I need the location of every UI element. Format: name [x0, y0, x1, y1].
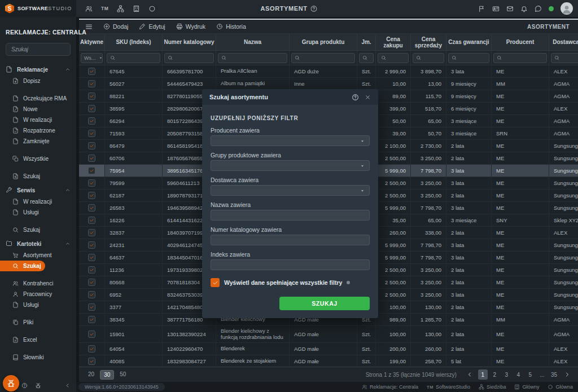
page-2[interactable]: 2 [490, 369, 500, 380]
sidebar-group-kartoteki[interactable]: Kartoteki [0, 237, 76, 250]
filter-input-cena-sprzeda-y[interactable] [413, 53, 444, 63]
next-page-icon[interactable] [562, 371, 572, 378]
filter-input-cena-zakupu[interactable] [378, 53, 409, 63]
dodaj-button[interactable]: Dodaj [103, 23, 128, 30]
sidebar-item-us-ugi[interactable]: Usługi [0, 207, 76, 218]
col-header-dostawca[interactable]: Dostawca [549, 34, 578, 50]
grupy-produktowe-zawiera-select[interactable] [211, 160, 370, 171]
sidebar-search-input[interactable]: Szukaj [6, 43, 71, 56]
producent-zawiera-select[interactable] [211, 135, 370, 146]
status-item-g-wny[interactable]: Główny [514, 384, 539, 390]
edytuj-button[interactable]: Edytuj [139, 23, 165, 30]
page-4[interactable]: 4 [514, 369, 523, 380]
filter-input-jm[interactable] [359, 53, 374, 63]
filter-input-czas-gwarancji[interactable] [448, 53, 489, 63]
filter-input-sku-indeks[interactable] [107, 53, 160, 63]
col-header-sku-indeks[interactable]: SKU (Indeks) [105, 34, 163, 50]
numer-katalogowy-zawiera-input[interactable] [211, 235, 370, 245]
tm-icon[interactable]: TM [101, 6, 108, 11]
col-header-jm[interactable]: Jm. [357, 34, 376, 50]
all-filters-checkbox-row[interactable]: Wyświetl dane spełniające wszystkie filt… [211, 278, 370, 287]
filter-input-grupa-produktu[interactable] [291, 53, 355, 63]
sidebar-item-excel[interactable]: Excel [0, 334, 76, 345]
sidebar-item-w-realizacji[interactable]: W realizacji [0, 196, 76, 207]
collapse-sidebar-icon[interactable] [64, 382, 71, 389]
row-checkbox[interactable] [88, 117, 95, 125]
table-row[interactable]: 159011301382390224Blender kielichowy z f… [79, 326, 578, 343]
sidebar-item-nowe[interactable]: Nowe [0, 104, 76, 114]
col-header-producent[interactable]: Producent [492, 34, 549, 50]
row-checkbox[interactable] [88, 345, 95, 353]
idcard-icon[interactable] [492, 5, 500, 12]
row-checkbox[interactable] [88, 130, 95, 137]
row-checkbox[interactable] [88, 142, 95, 149]
row-checkbox[interactable] [88, 331, 95, 338]
wydruk-button[interactable]: Wydruk [176, 23, 206, 30]
help-icon[interactable] [310, 5, 318, 12]
page-1[interactable]: 1 [478, 369, 488, 380]
sidebar-group-serwis[interactable]: Serwis [0, 184, 76, 196]
row-checkbox[interactable] [88, 192, 95, 199]
sidebar-item-wszystkie[interactable]: Wszystkie [0, 153, 76, 164]
filter-input-producent[interactable] [493, 53, 547, 63]
row-checkbox[interactable] [88, 291, 95, 298]
sidebar-item-kontrahenci[interactable]: Kontrahenci [0, 278, 76, 289]
help-icon[interactable] [21, 382, 28, 389]
historia-button[interactable]: Historia [216, 23, 246, 30]
row-checkbox[interactable] [88, 266, 95, 274]
sidebar-item-szukaj[interactable]: Szukaj [0, 171, 76, 182]
row-checkbox[interactable] [88, 93, 95, 100]
bug-icon[interactable] [35, 382, 41, 389]
page-3[interactable]: 3 [502, 369, 511, 380]
page-5[interactable]: 5 [526, 369, 535, 380]
page-size-20[interactable]: 20 [85, 370, 98, 380]
row-checkbox[interactable] [88, 68, 95, 75]
mail-icon[interactable] [506, 5, 514, 12]
row-checkbox[interactable] [88, 179, 95, 187]
row-checkbox[interactable] [88, 80, 95, 87]
sitemap-icon[interactable] [117, 5, 124, 12]
chat-icon[interactable] [535, 5, 542, 12]
sidebar-item-asortyment[interactable]: Asortyment [0, 250, 76, 261]
table-row[interactable]: 56027544465479423Album na pamiątkiInneSz… [79, 78, 578, 90]
modal-help-icon[interactable] [352, 94, 359, 101]
ring-icon[interactable] [148, 5, 156, 12]
row-checkbox[interactable] [88, 279, 95, 286]
page-size-30[interactable]: 30 [100, 370, 114, 380]
filter-input-dostawca[interactable] [551, 53, 578, 63]
row-checkbox[interactable] [88, 303, 95, 311]
sidebar-item-us-ugi[interactable]: Usługi [0, 299, 76, 310]
active-filter-select[interactable]: Ws... [81, 53, 103, 63]
row-checkbox[interactable] [88, 217, 95, 224]
page-size-50[interactable]: 50 [116, 370, 129, 380]
nazwa-zawiera-input[interactable] [211, 210, 370, 221]
row-checkbox[interactable] [88, 204, 95, 212]
sidebar-item-oczekuj-ce-rma[interactable]: Oczekujące RMA [0, 93, 76, 104]
users-icon[interactable] [85, 5, 93, 12]
status-item-softwarestudio[interactable]: TMSoftwareStudio [427, 384, 470, 390]
indeks-zawiera-input[interactable] [211, 259, 370, 270]
bell-icon[interactable] [520, 5, 528, 12]
status-item-reklamacje-centrala[interactable]: Reklamacje: Centrala [362, 384, 418, 390]
dostawca-zawiera-select[interactable] [211, 185, 370, 196]
status-item-g-wna[interactable]: Główna [548, 384, 573, 390]
modal-close-icon[interactable] [365, 94, 371, 100]
bug-report-fab[interactable] [3, 375, 19, 391]
sidebar-item-w-realizacji[interactable]: W realizacji [0, 114, 76, 125]
col-header-grupa-produktu[interactable]: Grupa produktu [290, 34, 357, 50]
sidebar-item-dopisz[interactable]: Dopisz [0, 76, 76, 86]
building-icon[interactable] [133, 5, 140, 12]
sidebar-group-reklamacje[interactable]: Reklamacje [0, 63, 76, 76]
col-header-cena-sprzeda-y[interactable]: Cena sprzedaży [411, 34, 446, 50]
row-checkbox[interactable] [88, 241, 95, 249]
row-checkbox[interactable] [88, 155, 95, 162]
flag-icon[interactable] [478, 5, 485, 12]
sidebar-item-szukaj[interactable]: Szukaj [0, 224, 76, 235]
filter-input-numer-katalogowy[interactable] [164, 53, 214, 63]
row-checkbox[interactable] [88, 229, 95, 236]
status-item-siedziba[interactable]: Siedziba [479, 384, 506, 390]
sidebar-item-rozpatrzone[interactable]: Rozpatrzone [0, 125, 76, 136]
col-header-czas-gwarancji[interactable]: Czas gwarancji [446, 34, 492, 50]
col-header-aktywne[interactable]: Aktywne [79, 34, 105, 50]
sidebar-item-pliki[interactable]: Pliki [0, 317, 76, 328]
